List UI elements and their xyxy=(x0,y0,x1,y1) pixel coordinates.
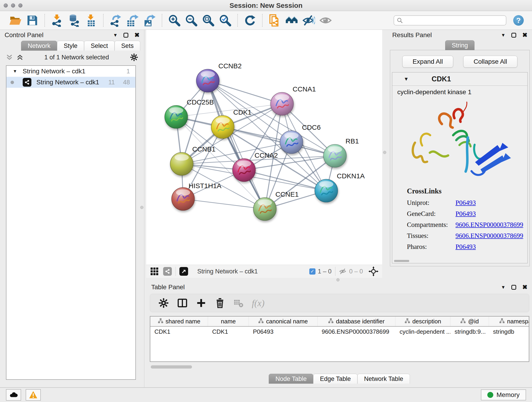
string-network-graph[interactable]: CCNB2CCNA1CDC25BCDK1CDC6RB1CCNB1CCNA2CDK… xyxy=(146,30,382,265)
crosslink-value-link[interactable]: P06493 xyxy=(456,210,476,217)
table-cell[interactable]: stringdb xyxy=(489,327,529,337)
table-cell[interactable]: 9606.ENSP00000378699 xyxy=(317,327,395,337)
column-header[interactable]: canonical name xyxy=(249,317,317,326)
zoom-selected-icon[interactable] xyxy=(219,14,232,27)
memory-button[interactable]: Memory xyxy=(481,389,526,400)
network-node-hist1h1a[interactable]: HIST1H1A xyxy=(172,182,221,211)
search-input[interactable] xyxy=(405,17,503,24)
grid-view-icon[interactable] xyxy=(150,267,159,276)
collapse-all-icon[interactable] xyxy=(6,54,13,61)
function-builder-icon[interactable]: f(x) xyxy=(252,298,265,308)
network-node-count: 11 xyxy=(108,79,115,86)
column-header[interactable]: database identifier xyxy=(317,317,395,326)
crosslink-value-link[interactable]: 9606.ENSP00000378699 xyxy=(456,221,523,229)
panel-divider-handle[interactable] xyxy=(140,206,143,209)
network-canvas[interactable]: CCNB2CCNA1CDC25BCDK1CDC6RB1CCNB1CCNA2CDK… xyxy=(146,30,382,265)
save-session-icon[interactable] xyxy=(26,14,39,27)
import-network-file-icon[interactable] xyxy=(51,14,63,27)
table-cell[interactable]: CDK1 xyxy=(150,327,208,337)
zoom-in-icon[interactable] xyxy=(168,14,181,27)
panel-float-icon[interactable] xyxy=(123,33,128,38)
horizontal-scrollbar-thumb[interactable] xyxy=(394,260,409,262)
panel-float-icon[interactable] xyxy=(511,33,516,38)
panel-divider-handle[interactable] xyxy=(336,278,340,281)
hidden-eye-icon[interactable] xyxy=(339,268,347,275)
gene-header-row[interactable]: ▼ CDK1 xyxy=(392,72,527,86)
show-graphics-icon[interactable] xyxy=(319,14,332,27)
panel-divider-handle[interactable] xyxy=(383,151,386,154)
table-cell[interactable]: P06493 xyxy=(249,327,317,337)
table-cell[interactable]: cyclin-dependent ... xyxy=(395,327,450,337)
tab-edge-table[interactable]: Edge Table xyxy=(313,374,357,384)
tab-network-table[interactable]: Network Table xyxy=(357,374,410,384)
export-image-icon[interactable] xyxy=(143,14,156,27)
tab-sets[interactable]: Sets xyxy=(114,41,140,51)
table-cell[interactable]: stringdb:9... xyxy=(450,327,489,337)
import-network-database-icon[interactable] xyxy=(68,14,80,27)
string-home-icon[interactable] xyxy=(285,14,298,27)
tree-expand-icon[interactable]: ▼ xyxy=(13,69,17,74)
crosslink-value-link[interactable]: 9606.ENSP00000378699 xyxy=(456,232,523,240)
panel-collapse-icon[interactable]: ▼ xyxy=(501,32,506,38)
panel-collapse-icon[interactable]: ▼ xyxy=(501,285,506,290)
tab-style[interactable]: Style xyxy=(57,41,84,51)
column-header[interactable]: namespace xyxy=(489,317,529,326)
birdseye-icon[interactable] xyxy=(179,267,188,276)
collapse-gene-icon[interactable]: ▼ xyxy=(404,76,409,82)
cloud-button[interactable] xyxy=(6,389,21,401)
network-node-rb1[interactable]: RB1 xyxy=(323,137,359,167)
tab-network[interactable]: Network xyxy=(21,41,57,51)
share-view-icon[interactable] xyxy=(163,267,172,276)
crosslink-label: GeneCard: xyxy=(407,210,456,217)
tab-string[interactable]: String xyxy=(445,40,475,50)
zoom-out-icon[interactable] xyxy=(185,14,198,27)
import-table-file-icon[interactable] xyxy=(85,14,97,27)
table-row[interactable]: CDK1CDK1P064939606.ENSP00000378699cyclin… xyxy=(150,327,529,337)
crosslink-value-link[interactable]: P06493 xyxy=(456,243,476,250)
column-header[interactable]: @id xyxy=(450,317,489,326)
zoom-fit-icon[interactable] xyxy=(202,14,215,27)
gear-icon[interactable] xyxy=(158,298,169,308)
delete-table-icon[interactable] xyxy=(234,298,244,308)
export-network-icon[interactable] xyxy=(109,14,122,27)
expand-all-button[interactable]: Expand All xyxy=(402,56,453,68)
warnings-button[interactable] xyxy=(26,389,41,401)
column-header[interactable]: description xyxy=(395,317,450,326)
column-header-label: shared name xyxy=(166,318,201,325)
help-button[interactable]: ? xyxy=(513,15,524,26)
selected-checkbox[interactable]: ✓ xyxy=(309,268,316,274)
control-panel: Control Panel ▼ ✖ NetworkStyleSelectSets… xyxy=(0,30,144,387)
hscrollbar-thumb[interactable] xyxy=(151,365,192,369)
crosshair-icon[interactable] xyxy=(368,266,379,276)
gear-icon[interactable] xyxy=(130,53,138,61)
column-header-label: description xyxy=(412,318,441,325)
network-row-selected[interactable]: String Network – cdk1 11 48 xyxy=(6,77,135,88)
panel-collapse-icon[interactable]: ▼ xyxy=(113,32,118,38)
network-node-ccnb1[interactable]: CCNB1 xyxy=(170,145,215,175)
table-cell[interactable]: CDK1 xyxy=(208,327,249,337)
tab-select[interactable]: Select xyxy=(84,41,114,51)
panel-float-icon[interactable] xyxy=(511,285,516,290)
refresh-icon[interactable] xyxy=(244,14,256,27)
show-columns-icon[interactable] xyxy=(177,298,188,308)
crosslink-value-link[interactable]: P06493 xyxy=(456,199,476,206)
column-header[interactable]: shared name xyxy=(150,317,208,326)
tab-node-table[interactable]: Node Table xyxy=(269,374,313,384)
export-table-icon[interactable] xyxy=(126,14,139,27)
panel-close-icon[interactable]: ✖ xyxy=(522,284,527,290)
protein-structure-image xyxy=(408,96,511,186)
delete-column-icon[interactable] xyxy=(215,298,225,308)
panel-close-icon[interactable]: ✖ xyxy=(134,32,139,38)
network-node-ccna1[interactable]: CCNA1 xyxy=(271,85,316,115)
column-header[interactable]: name xyxy=(208,317,249,326)
network-node-cdkn1a[interactable]: CDKN1A xyxy=(315,172,365,202)
memory-label: Memory xyxy=(496,391,520,399)
open-session-icon[interactable] xyxy=(9,14,22,27)
share-file-icon[interactable] xyxy=(268,14,281,27)
panel-close-icon[interactable]: ✖ xyxy=(522,32,527,38)
network-collection-row[interactable]: ▼ String Network – cdk1 1 xyxy=(6,66,135,77)
expand-all-icon[interactable] xyxy=(17,54,23,61)
add-column-icon[interactable] xyxy=(196,298,206,308)
collapse-all-button[interactable]: Collapse All xyxy=(463,56,517,68)
hide-graphics-icon[interactable] xyxy=(302,14,315,27)
